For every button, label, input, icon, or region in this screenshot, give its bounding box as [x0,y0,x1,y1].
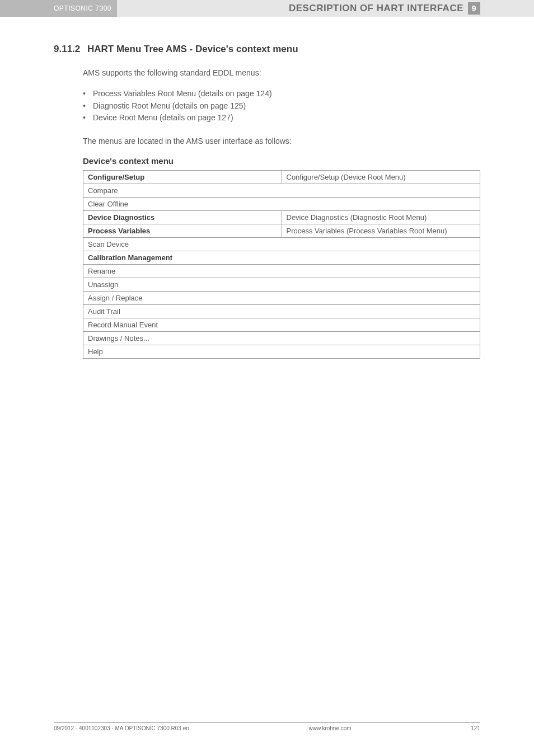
table-cell: Device Diagnostics [83,211,282,224]
table-row: Calibration Management [83,251,480,265]
product-label: OPTISONIC 7300 [0,0,117,17]
list-item: Diagnostic Root Menu (details on page 12… [83,100,480,112]
table-cell: Audit Trail [83,305,480,318]
table-row: Audit Trail [83,305,480,318]
table-row: Configure/SetupConfigure/Setup (Device R… [83,171,480,184]
list-item: Process Variables Root Menu (details on … [83,88,480,100]
footer-center: www.krohne.com [309,725,352,731]
table-cell: Record Manual Event [83,318,480,332]
table-row: Record Manual Event [83,318,480,332]
table-cell: Compare [83,184,480,198]
chapter-number-badge: 9 [468,2,480,15]
chapter-title: DESCRIPTION OF HART INTERFACE [289,3,463,14]
table-cell: Clear Offline [83,198,480,211]
intro-paragraph: AMS supports the following standard EDDL… [83,67,480,79]
table-row: Device DiagnosticsDevice Diagnostics (Di… [83,211,480,224]
table-row: Compare [83,184,480,198]
chapter-title-bar: DESCRIPTION OF HART INTERFACE 9 [117,0,534,17]
table-row: Unassign [83,278,480,292]
page-content: 9.11.2 HART Menu Tree AMS - Device's con… [0,44,534,359]
context-menu-table: Configure/SetupConfigure/Setup (Device R… [83,170,480,359]
section-number: 9.11.2 [54,44,80,55]
section-heading: 9.11.2 HART Menu Tree AMS - Device's con… [54,44,480,55]
table-cell: Rename [83,265,480,278]
section-title: HART Menu Tree AMS - Device's context me… [87,44,298,54]
table-cell: Drawings / Notes... [83,332,480,345]
table-cell: Process Variables [83,224,282,238]
table-row: Rename [83,265,480,278]
table-cell: Scan Device [83,238,480,251]
table-cell: Assign / Replace [83,292,480,305]
menu-bullet-list: Process Variables Root Menu (details on … [83,88,480,124]
table-heading: Device's context menu [83,156,480,166]
page-footer: 09/2012 - 4001102303 - MA OPTISONIC 7300… [54,722,480,731]
table-cell: Configure/Setup [83,171,282,184]
table-row: Help [83,345,480,359]
table-cell: Unassign [83,278,480,292]
table-row: Clear Offline [83,198,480,211]
table-row: Process VariablesProcess Variables (Proc… [83,224,480,238]
page-header: OPTISONIC 7300 DESCRIPTION OF HART INTER… [0,0,534,17]
footer-right: 121 [471,725,480,731]
table-cell: Help [83,345,480,359]
table-row: Drawings / Notes... [83,332,480,345]
footer-left: 09/2012 - 4001102303 - MA OPTISONIC 7300… [54,725,189,731]
table-cell: Device Diagnostics (Diagnostic Root Menu… [282,211,480,224]
table-cell: Process Variables (Process Variables Roo… [282,224,480,238]
followup-paragraph: The menus are located in the AMS user in… [83,135,480,147]
table-row: Assign / Replace [83,292,480,305]
table-cell: Calibration Management [83,251,480,265]
table-row: Scan Device [83,238,480,251]
table-cell: Configure/Setup (Device Root Menu) [282,171,480,184]
list-item: Device Root Menu (details on page 127) [83,112,480,124]
